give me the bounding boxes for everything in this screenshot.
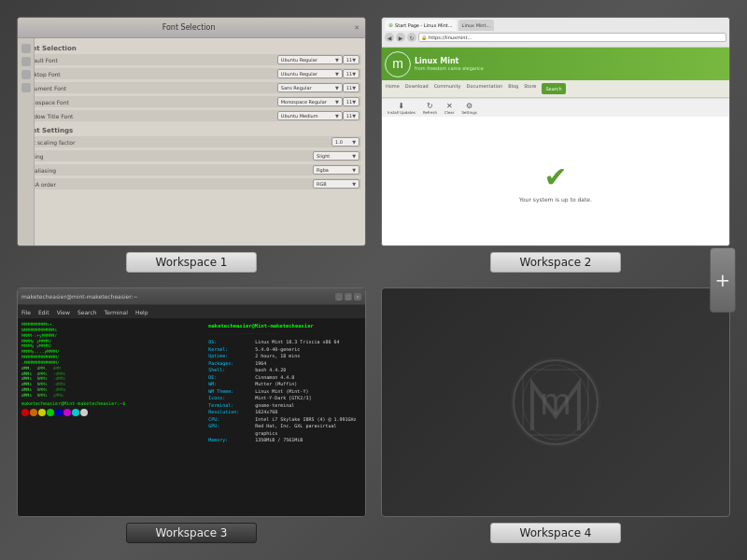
ws3-info-kernel: Kernel: 5.4.0-40-generic (208, 346, 361, 354)
workspace-cell-2[interactable]: ⊕ Start Page - Linux Mint... Linux Mint.… (374, 9, 738, 280)
ws2-reload-btn: ↻ (407, 33, 416, 42)
ws1-dropdown-document: Sans Regular ▼ (277, 83, 343, 92)
ws1-row-antialiasing: Antialiasing Rgba ▼ (21, 164, 361, 175)
ws1-label-rgba: RGBA order (23, 181, 313, 188)
ws3-info-memory: Memory: 1350MiB / 7561MiB (208, 437, 361, 444)
ws2-nav-home: Home (386, 83, 400, 94)
color-dot-green (47, 409, 54, 416)
ws1-section-font-settings: Font Settings (23, 127, 361, 134)
ws1-label-monospace: Monospace Font (23, 99, 277, 105)
ws2-mint-title: Linux Mint from freedom came elegance (415, 57, 484, 71)
workspace-cell-4[interactable]: m Workspace 4 (374, 280, 738, 551)
workspace-1-label: Workspace 1 (126, 252, 257, 273)
ws2-browser-bar: ⊕ Start Page - Linux Mint... Linux Mint.… (382, 18, 729, 48)
ws3-maximize-btn: □ (345, 293, 352, 301)
workspace-4-preview: m (381, 287, 730, 517)
ws1-dropdown-desktop: Ubuntu Regular ▼ (277, 69, 343, 78)
ws1-label-antialiasing: Antialiasing (23, 167, 313, 174)
ws3-info-gpu: GPU: Red Hat, Inc. GXL paravirtual graph… (208, 423, 361, 437)
desktop: Font Selection ✕ Font Selection Default … (0, 0, 747, 560)
ws1-nav-icon-3 (21, 70, 31, 79)
ws3-info-icons: Icons: Mint-Y-Dark [GTK2/3] (208, 395, 361, 402)
add-workspace-button[interactable]: + (710, 247, 736, 313)
ws1-row-monospace: Monospace Font Monospace Regular ▼ 11 ▼ (21, 96, 361, 107)
ws2-nav-download: Download (405, 83, 429, 94)
ws2-nav-links: Home Download Community Documentation Bl… (382, 80, 729, 98)
svg-text:m: m (392, 56, 403, 71)
ws2-tabs: ⊕ Start Page - Linux Mint... Linux Mint.… (385, 20, 726, 31)
ws1-size-document: 11 ▼ (343, 83, 359, 92)
ws3-info-de: DE: Cinnamon 4.4.8 (208, 374, 361, 382)
ws1-title: Font Selection (23, 23, 354, 32)
ws1-dropdown-hinting: Slight ▼ (313, 151, 359, 161)
workspace-cell-1[interactable]: Font Selection ✕ Font Selection Default … (9, 9, 374, 280)
workspace-3-preview: maketecheasier@mint-maketecheasier:~ _ □… (17, 287, 366, 517)
ws2-url-bar: ◀ ▶ ↻ 🔒 https://linuxmint... (385, 31, 726, 45)
ws3-info-resolution: Resolution: 1024x768 (208, 409, 361, 416)
ws1-nav-icon-2 (21, 57, 31, 66)
ws1-dropdown-antialiasing: Rgba ▼ (313, 165, 359, 175)
ws3-info-wm: WM: Mutter (Muffin) (208, 381, 361, 388)
ws2-nav-community: Community (434, 83, 461, 94)
ws3-terminal-body: MMMMMMMMMMs+. NMMMMMMMMMMMMs MMMM-:+yMMM… (18, 318, 365, 516)
ws3-color-bar (21, 409, 204, 416)
ws2-toolbar: ⬇ Install Updates ↻ Refresh ✕ Clear ⚙ (382, 98, 729, 117)
ws3-menu-bar: File Edit View Search Terminal Help (18, 305, 365, 318)
ws2-mint-logo: m (385, 51, 411, 77)
ws3-info-shell: Shell: bash 4.4.20 (208, 367, 361, 374)
ws2-toolbar-settings: ⚙ Settings (461, 102, 476, 115)
ws3-menu-file: File (21, 309, 31, 315)
ws2-tab-1: ⊕ Start Page - Linux Mint... (385, 20, 457, 31)
ws1-dropdown-rgba: RGB ▼ (313, 179, 359, 189)
color-dot-yellow (38, 409, 46, 416)
ws2-page-content: ⬇ Install Updates ↻ Refresh ✕ Clear ⚙ (382, 98, 729, 245)
ws2-fwd-btn: ▶ (396, 33, 405, 42)
ws1-nav-icon-4 (21, 83, 31, 92)
ws3-menu-terminal: Terminal (105, 309, 128, 315)
ws4-mint-logo: m (509, 356, 602, 449)
ws1-size-monospace: 11 ▼ (343, 97, 359, 106)
ws2-url-input: 🔒 https://linuxmint... (418, 33, 726, 42)
ws3-titlebar-text: maketecheasier@mint-maketecheasier:~ (21, 293, 138, 300)
ws2-toolbar-refresh: ↻ Refresh (423, 102, 437, 115)
ws3-right-panel: maketecheasier@Mint-maketecheasier -----… (208, 322, 361, 512)
ws1-nav-icon-1 (21, 44, 31, 53)
ws3-left-panel: MMMMMMMMMMs+. NMMMMMMMMMMMMs MMMM-:+yMMM… (21, 322, 204, 512)
ws1-row-window: Window Title Font Ubuntu Medium ▼ 11 ▼ (21, 110, 361, 121)
ws3-info-cpu: CPU: Intel i7 Skylake IBRS (4) @ 1.991GH… (208, 416, 361, 424)
ws2-toolbar-clear: ✕ Clear (444, 102, 454, 115)
ws1-size-window: 11 ▼ (343, 111, 359, 120)
color-dot-orange (30, 409, 37, 416)
ws2-nav-store: Store (524, 83, 536, 94)
ws1-dropdown-default: Ubuntu Regular ▼ (277, 55, 343, 64)
ws1-content: Font Selection Default Font Ubuntu Regul… (18, 38, 365, 245)
color-dot-cyan (72, 409, 79, 416)
workspace-4-label: Workspace 4 (490, 523, 621, 543)
ws1-close: ✕ (354, 24, 359, 32)
ws1-size-default: 11 ▼ (343, 55, 359, 64)
ws1-row-scaling: Font scaling factor 1.0 ▼ (21, 136, 361, 147)
ws1-sidenav (18, 38, 35, 245)
ws3-menu-search: Search (78, 309, 97, 315)
workspace-grid: Font Selection ✕ Font Selection Default … (9, 9, 738, 551)
svg-text:m: m (540, 381, 571, 422)
ws2-update-area: ✔ Your system is up to date. (382, 117, 729, 245)
ws1-label-default: Default Font (23, 57, 277, 63)
workspace-2-preview: ⊕ Start Page - Linux Mint... Linux Mint.… (381, 17, 730, 246)
ws3-info-terminal: Terminal: gnome-terminal (208, 402, 361, 410)
ws2-update-text: Your system is up to date. (519, 196, 592, 203)
ws3-menu-help: Help (135, 309, 148, 315)
workspace-1-preview: Font Selection ✕ Font Selection Default … (17, 17, 366, 246)
ws3-close-btn: ✕ (354, 293, 361, 301)
workspace-2-label: Workspace 2 (490, 252, 621, 273)
color-dot-magenta (63, 409, 71, 416)
ws3-info-packages: Packages: 1964 (208, 360, 361, 368)
ws3-minimize-btn: _ (335, 293, 343, 301)
ws1-label-window: Window Title Font (23, 113, 277, 119)
ws1-label-scaling: Font scaling factor (23, 139, 331, 146)
ws2-nav-blog: Blog (508, 83, 518, 94)
ws1-dropdown-window: Ubuntu Medium ▼ (277, 111, 343, 120)
workspace-cell-3[interactable]: maketecheasier@mint-maketecheasier:~ _ □… (9, 280, 374, 551)
ws1-row-desktop: Desktop Font Ubuntu Regular ▼ 11 ▼ (21, 68, 361, 79)
ws3-info-uptime: Uptime: 2 hours, 18 mins (208, 353, 361, 360)
